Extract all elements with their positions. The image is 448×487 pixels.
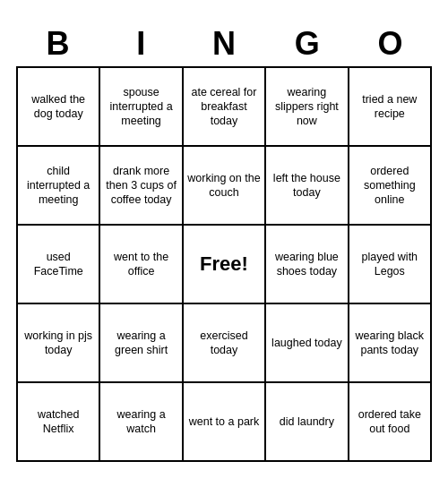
bingo-cell-8[interactable]: left the house today: [266, 147, 349, 226]
bingo-card: BINGO walked the dog todayspouse interru…: [9, 18, 439, 469]
bingo-cell-2[interactable]: ate cereal for breakfast today: [184, 68, 266, 147]
bingo-cell-0[interactable]: walked the dog today: [18, 68, 100, 147]
header-letter: I: [101, 25, 180, 63]
bingo-cell-15[interactable]: working in pjs today: [18, 304, 100, 383]
bingo-cell-16[interactable]: wearing a green shirt: [100, 304, 183, 383]
bingo-cell-4[interactable]: tried a new recipe: [349, 68, 432, 147]
bingo-cell-7[interactable]: working on the couch: [184, 147, 266, 226]
bingo-header: BINGO: [16, 25, 432, 63]
bingo-cell-19[interactable]: wearing black pants today: [349, 304, 432, 383]
bingo-cell-18[interactable]: laughed today: [266, 304, 349, 383]
header-letter: O: [351, 25, 430, 63]
bingo-cell-5[interactable]: child interrupted a meeting: [18, 147, 100, 226]
bingo-cell-23[interactable]: did laundry: [266, 383, 349, 462]
bingo-cell-17[interactable]: exercised today: [184, 304, 266, 383]
header-letter: G: [268, 25, 347, 63]
bingo-cell-14[interactable]: played with Legos: [349, 226, 432, 304]
bingo-cell-22[interactable]: went to a park: [184, 383, 266, 462]
header-letter: B: [18, 25, 97, 63]
bingo-cell-3[interactable]: wearing slippers right now: [266, 68, 349, 147]
bingo-cell-9[interactable]: ordered something online: [349, 147, 432, 226]
bingo-cell-24[interactable]: ordered take out food: [349, 383, 432, 462]
bingo-cell-10[interactable]: used FaceTime: [18, 226, 100, 304]
bingo-cell-20[interactable]: watched Netflix: [18, 383, 100, 462]
bingo-cell-12[interactable]: Free!: [184, 226, 266, 304]
bingo-cell-13[interactable]: wearing blue shoes today: [266, 226, 349, 304]
bingo-cell-21[interactable]: wearing a watch: [100, 383, 183, 462]
bingo-grid: walked the dog todayspouse interrupted a…: [16, 66, 432, 462]
header-letter: N: [185, 25, 263, 63]
bingo-cell-6[interactable]: drank more then 3 cups of coffee today: [100, 147, 183, 226]
bingo-cell-1[interactable]: spouse interrupted a meeting: [100, 68, 183, 147]
bingo-cell-11[interactable]: went to the office: [100, 226, 183, 304]
